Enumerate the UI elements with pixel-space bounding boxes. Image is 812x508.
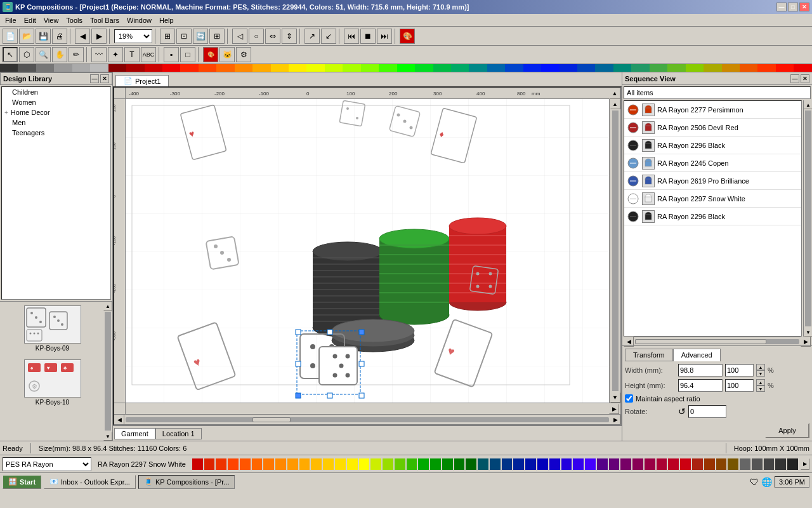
color-bar-swatch-43[interactable] bbox=[776, 64, 794, 72]
color-swatch-23[interactable] bbox=[466, 458, 476, 470]
seq-min-btn[interactable]: — bbox=[790, 74, 799, 83]
print-button[interactable]: 🖨 bbox=[52, 29, 67, 44]
color-swatch-17[interactable] bbox=[395, 458, 405, 470]
color-swatch-27[interactable] bbox=[513, 458, 524, 470]
color-bar-swatch-38[interactable] bbox=[686, 64, 704, 72]
color-bar-swatch-15[interactable] bbox=[271, 64, 289, 72]
seq-close-btn[interactable]: ✕ bbox=[801, 74, 809, 83]
color-bar-swatch-10[interactable] bbox=[180, 64, 198, 72]
edit-tool[interactable]: ✏ bbox=[69, 47, 84, 62]
tree-item-homedecor[interactable]: + Home Decor bbox=[2, 107, 110, 117]
flip-h-button[interactable]: ⇔ bbox=[265, 29, 280, 44]
color-bar-swatch-42[interactable] bbox=[757, 64, 775, 72]
height-pct-input[interactable] bbox=[725, 379, 754, 392]
apply-button[interactable]: Apply bbox=[765, 423, 809, 438]
cat-tool[interactable]: 🐱 bbox=[219, 47, 235, 62]
color-swatch-49[interactable] bbox=[775, 458, 786, 470]
menu-toolbars[interactable]: Tool Bars bbox=[86, 15, 123, 25]
seq-item-1[interactable]: RA Rayon 2506 Devil Red bbox=[624, 119, 801, 137]
seq-item-0[interactable]: RA Rayon 2277 Persimmon bbox=[624, 101, 801, 119]
color-swatch-1[interactable] bbox=[204, 458, 215, 470]
color-swatch-10[interactable] bbox=[311, 458, 322, 470]
color-swatch-33[interactable] bbox=[585, 458, 596, 470]
color-bar-swatch-30[interactable] bbox=[541, 64, 559, 72]
color-swatch-5[interactable] bbox=[252, 458, 263, 470]
stitch-btn1[interactable]: ↗ bbox=[304, 29, 320, 44]
color-bar-swatch-35[interactable] bbox=[631, 64, 649, 72]
color-swatch-28[interactable] bbox=[525, 458, 536, 470]
color-bar-swatch-4[interactable] bbox=[72, 64, 90, 72]
height-spin-down[interactable]: ▼ bbox=[756, 385, 765, 392]
zoom-select[interactable]: 19% 25% 50% 100% bbox=[114, 29, 152, 43]
view-normal-button[interactable]: ⊞ bbox=[160, 29, 175, 44]
seq-item-3[interactable]: RA Rayon 2245 Copen bbox=[624, 154, 801, 172]
color-swatch-19[interactable] bbox=[418, 458, 429, 470]
canvas-vscroll-up[interactable]: ▲ bbox=[610, 99, 620, 109]
color-swatch-0[interactable] bbox=[192, 458, 203, 470]
play-next-button[interactable]: ⏭ bbox=[377, 29, 392, 44]
color-swatch-20[interactable] bbox=[430, 458, 441, 470]
arrow-left-button[interactable]: ◁ bbox=[232, 29, 247, 44]
color-bar-swatch-44[interactable] bbox=[794, 64, 811, 72]
color-bar-swatch-22[interactable] bbox=[397, 64, 415, 72]
grid-button[interactable]: ⊞ bbox=[209, 29, 225, 44]
color-bar-swatch-11[interactable] bbox=[199, 64, 216, 72]
new-button[interactable]: 📄 bbox=[3, 29, 18, 44]
rotate-input[interactable] bbox=[688, 405, 726, 418]
view-3d-button[interactable]: ⊡ bbox=[176, 29, 192, 44]
menu-edit[interactable]: Edit bbox=[20, 15, 40, 25]
minimize-button[interactable]: — bbox=[776, 3, 787, 11]
color-bar-swatch-34[interactable] bbox=[613, 64, 631, 72]
color-swatch-44[interactable] bbox=[716, 458, 727, 470]
star-tool[interactable]: ✦ bbox=[108, 47, 123, 62]
height-spin-up[interactable]: ▲ bbox=[756, 379, 765, 385]
color-bar-swatch-31[interactable] bbox=[560, 64, 577, 72]
color-swatch-48[interactable] bbox=[764, 458, 775, 470]
save-button[interactable]: 💾 bbox=[36, 29, 51, 44]
color-swatch-11[interactable] bbox=[323, 458, 334, 470]
color-swatch-36[interactable] bbox=[620, 458, 631, 470]
taskbar-compositions[interactable]: 🧵 KP Compositions - [Pr... bbox=[138, 475, 235, 489]
start-button[interactable]: 🪟 Start bbox=[3, 475, 41, 489]
color-swatch-24[interactable] bbox=[478, 458, 488, 470]
thumbnail-kp-boys-09[interactable]: KP-Boys-09 bbox=[23, 304, 82, 353]
menu-help[interactable]: Help bbox=[155, 15, 178, 25]
pan-tool[interactable]: ✋ bbox=[52, 47, 67, 62]
color-btn[interactable]: 🎨 bbox=[400, 29, 415, 44]
color-swatch-21[interactable] bbox=[442, 458, 453, 470]
thread-type-select[interactable]: PES RA Rayon bbox=[3, 457, 91, 471]
color-bar-swatch-40[interactable] bbox=[722, 64, 740, 72]
color-swatch-45[interactable] bbox=[728, 458, 738, 470]
color-bar-swatch-12[interactable] bbox=[216, 64, 234, 72]
color-bar-swatch-6[interactable] bbox=[108, 64, 126, 72]
design-lib-close-btn[interactable]: ✕ bbox=[100, 74, 109, 83]
close-button[interactable]: ✕ bbox=[799, 3, 809, 11]
color-bar-swatch-19[interactable] bbox=[343, 64, 360, 72]
color-swatch-46[interactable] bbox=[740, 458, 750, 470]
color-bar-swatch-18[interactable] bbox=[325, 64, 343, 72]
color-swatch-16[interactable] bbox=[383, 458, 393, 470]
color-swatch-2[interactable] bbox=[216, 458, 226, 470]
color-bar-swatch-27[interactable] bbox=[487, 64, 505, 72]
color-bar-swatch-41[interactable] bbox=[740, 64, 757, 72]
flip-v-button[interactable]: ⇕ bbox=[282, 29, 297, 44]
menu-file[interactable]: File bbox=[1, 15, 20, 25]
tree-item-children[interactable]: Children bbox=[2, 87, 110, 97]
color-swatch-13[interactable] bbox=[347, 458, 358, 470]
color-bar-swatch-20[interactable] bbox=[361, 64, 379, 72]
canvas-content[interactable]: ♥ ♦ bbox=[126, 99, 609, 403]
hscroll-thumb[interactable] bbox=[252, 417, 291, 422]
color-bar-swatch-17[interactable] bbox=[306, 64, 324, 72]
color-swatch-50[interactable] bbox=[787, 458, 798, 470]
color-swatch-8[interactable] bbox=[287, 458, 298, 470]
color-swatch-3[interactable] bbox=[228, 458, 239, 470]
width-input[interactable] bbox=[678, 364, 723, 377]
thumbnail-kp-boys-10[interactable]: ♠ ♥ ♣ ⚙ KP-Boys-10 bbox=[23, 358, 82, 407]
wave-tool[interactable]: 〰 bbox=[91, 47, 107, 62]
color-bar-swatch-28[interactable] bbox=[505, 64, 523, 72]
width-pct-input[interactable] bbox=[725, 364, 754, 377]
rect-fill-tool[interactable]: ▪ bbox=[164, 47, 179, 62]
color-bar-swatch-25[interactable] bbox=[451, 64, 469, 72]
color-bar-swatch-7[interactable] bbox=[126, 64, 144, 72]
redo-button[interactable]: ▶ bbox=[91, 29, 107, 44]
